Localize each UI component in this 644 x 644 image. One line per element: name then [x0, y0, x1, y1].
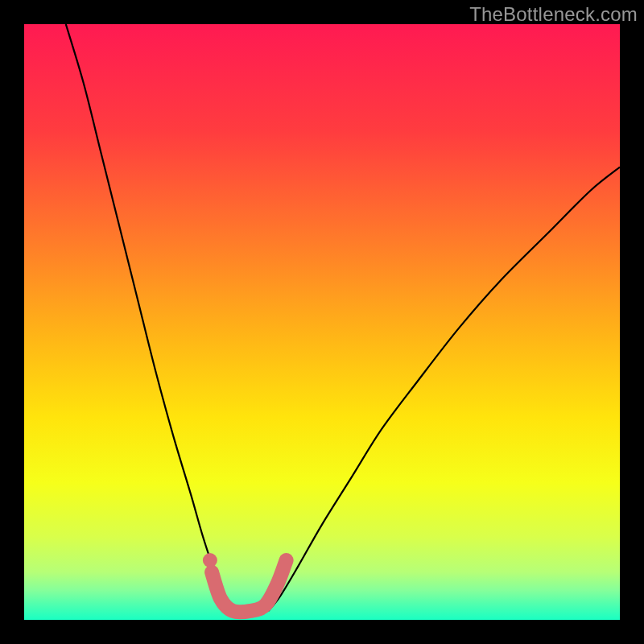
watermark-text: TheBottleneck.com — [469, 3, 638, 26]
plot-area — [24, 24, 620, 620]
highlight-dot — [203, 553, 217, 568]
chart-frame: TheBottleneck.com — [0, 0, 644, 644]
gradient-background — [24, 24, 620, 620]
bottleneck-chart — [24, 24, 620, 620]
